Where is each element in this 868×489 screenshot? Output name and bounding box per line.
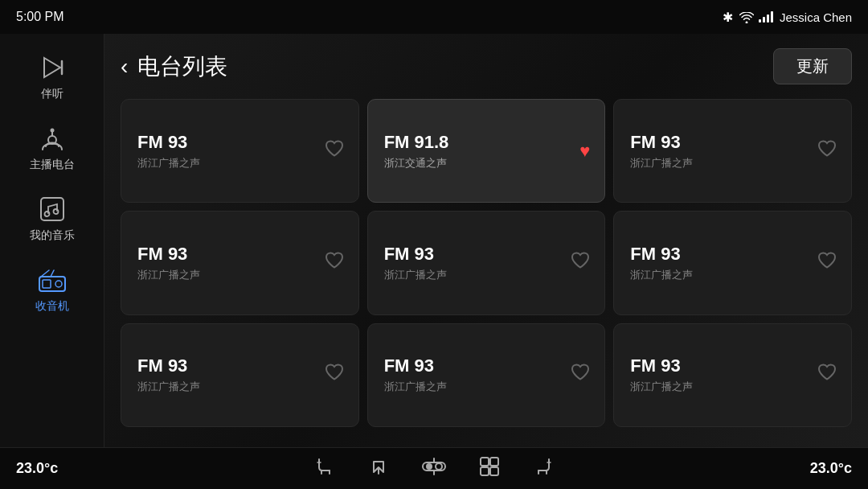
sidebar-item-companion[interactable]: 伴听 xyxy=(0,42,104,113)
station-desc-5: 浙江广播之声 xyxy=(384,268,589,282)
main-content: ‹ 电台列表 更新 FM 93浙江广播之声FM 91.8浙江交通之声♥FM 93… xyxy=(104,34,868,447)
sidebar-item-main-station[interactable]: 主播电台 xyxy=(0,113,104,183)
broadcast-icon xyxy=(38,124,67,153)
svg-rect-8 xyxy=(39,277,65,291)
sidebar-label-radio: 收音机 xyxy=(35,299,69,314)
radio-icon xyxy=(38,265,67,294)
companion-icon xyxy=(38,53,67,82)
back-button[interactable]: ‹ xyxy=(121,55,128,78)
station-name-2: FM 91.8 xyxy=(384,132,589,153)
sidebar-item-radio[interactable]: 收音机 xyxy=(0,254,104,325)
favorite-button-1[interactable] xyxy=(325,140,344,162)
station-desc-1: 浙江广播之声 xyxy=(137,156,342,171)
svg-marker-0 xyxy=(44,58,60,77)
station-name-3: FM 93 xyxy=(630,132,835,153)
station-card-8[interactable]: FM 93浙江广播之声 xyxy=(367,323,606,427)
favorite-button-4[interactable] xyxy=(325,252,344,274)
favorite-button-2[interactable]: ♥ xyxy=(579,141,590,162)
station-desc-8: 浙江广播之声 xyxy=(384,380,589,394)
status-time: 5:00 PM xyxy=(16,10,64,24)
seat-left-icon[interactable] xyxy=(315,456,336,482)
svg-rect-21 xyxy=(490,467,498,475)
station-card-9[interactable]: FM 93浙江广播之声 xyxy=(613,323,852,427)
svg-line-12 xyxy=(51,270,54,277)
station-name-8: FM 93 xyxy=(384,355,589,376)
svg-rect-20 xyxy=(481,467,489,475)
svg-line-11 xyxy=(41,270,49,277)
seat-right-icon[interactable] xyxy=(532,456,553,482)
station-card-5[interactable]: FM 93浙江广播之声 xyxy=(367,211,606,314)
station-grid: FM 93浙江广播之声FM 91.8浙江交通之声♥FM 93浙江广播之声FM 9… xyxy=(121,99,852,427)
header-left: ‹ 电台列表 xyxy=(121,51,227,82)
status-right: ✱ Jessica Chen xyxy=(723,10,852,25)
station-card-1[interactable]: FM 93浙江广播之声 xyxy=(121,99,359,203)
sidebar-label-my-music: 我的音乐 xyxy=(30,228,75,243)
svg-point-15 xyxy=(436,463,442,470)
station-card-7[interactable]: FM 93浙江广播之声 xyxy=(121,323,359,427)
svg-point-6 xyxy=(44,212,49,216)
svg-point-10 xyxy=(55,281,62,287)
station-name-9: FM 93 xyxy=(630,355,835,376)
station-desc-4: 浙江广播之声 xyxy=(137,268,342,282)
favorite-button-3[interactable] xyxy=(817,140,837,162)
back-home-icon[interactable] xyxy=(368,456,389,482)
svg-point-4 xyxy=(50,129,54,133)
favorite-button-5[interactable] xyxy=(571,252,590,274)
user-name: Jessica Chen xyxy=(780,10,852,24)
sidebar-label-main-station: 主播电台 xyxy=(30,158,75,172)
station-card-6[interactable]: FM 93浙江广播之声 xyxy=(613,211,852,314)
sidebar: 伴听 主播电台 我的音乐 xyxy=(0,34,104,447)
favorite-button-9[interactable] xyxy=(817,364,837,386)
svg-rect-19 xyxy=(490,458,498,466)
station-desc-7: 浙江广播之声 xyxy=(137,380,342,394)
page-title: 电台列表 xyxy=(137,51,227,82)
sidebar-label-companion: 伴听 xyxy=(41,87,63,101)
svg-point-14 xyxy=(426,463,432,470)
sidebar-item-my-music[interactable]: 我的音乐 xyxy=(0,183,104,254)
station-name-7: FM 93 xyxy=(137,355,342,376)
svg-rect-9 xyxy=(43,280,51,288)
wifi-icon xyxy=(739,12,752,22)
main-header: ‹ 电台列表 更新 xyxy=(121,48,852,84)
station-card-2[interactable]: FM 91.8浙江交通之声♥ xyxy=(367,99,606,203)
temp-right: 23.0°c xyxy=(810,460,852,477)
signal-icon xyxy=(759,11,773,23)
status-bar: 5:00 PM ✱ Jessica Chen xyxy=(0,0,868,34)
bottom-bar: 23.0°c xyxy=(0,447,868,489)
update-button[interactable]: 更新 xyxy=(773,48,852,84)
favorite-button-7[interactable] xyxy=(325,364,344,386)
station-name-5: FM 93 xyxy=(384,244,589,265)
favorite-button-8[interactable] xyxy=(571,364,590,386)
station-desc-2: 浙江交通之声 xyxy=(384,156,589,171)
svg-point-7 xyxy=(53,209,58,214)
station-name-6: FM 93 xyxy=(630,244,835,265)
temp-left: 23.0°c xyxy=(16,460,58,477)
svg-rect-18 xyxy=(481,458,489,466)
station-card-3[interactable]: FM 93浙江广播之声 xyxy=(613,99,852,203)
joystick-icon[interactable] xyxy=(421,456,447,482)
bottom-controls xyxy=(315,456,553,482)
grid-icon[interactable] xyxy=(479,456,500,482)
music-icon xyxy=(38,195,67,224)
svg-rect-5 xyxy=(41,198,63,220)
station-desc-3: 浙江广播之声 xyxy=(630,156,835,171)
station-desc-6: 浙江广播之声 xyxy=(630,268,835,282)
favorite-button-6[interactable] xyxy=(817,252,837,274)
bluetooth-icon: ✱ xyxy=(723,10,733,25)
station-name-1: FM 93 xyxy=(137,132,342,153)
station-card-4[interactable]: FM 93浙江广播之声 xyxy=(121,211,359,314)
station-desc-9: 浙江广播之声 xyxy=(630,380,835,394)
station-name-4: FM 93 xyxy=(137,244,342,265)
